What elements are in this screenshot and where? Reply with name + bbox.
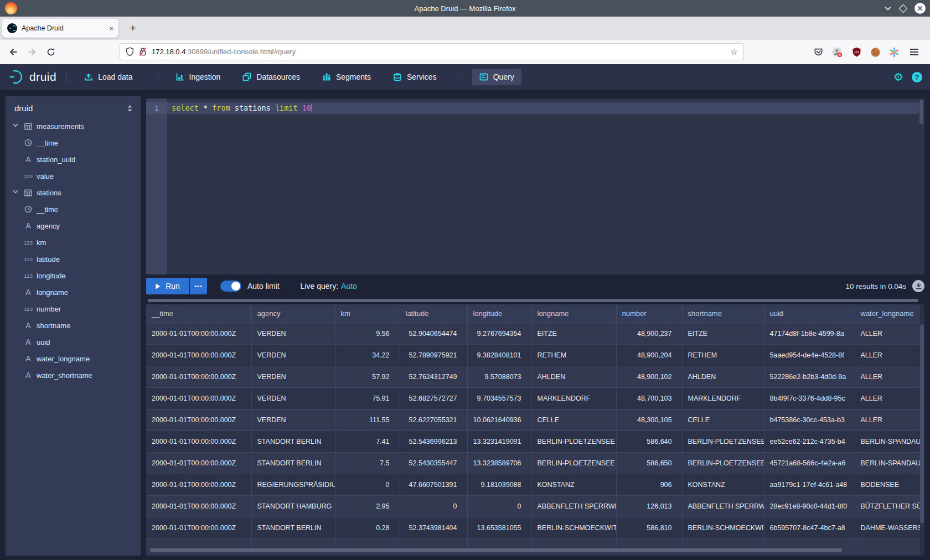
bookmark-star-icon[interactable]: ☆ [731, 47, 738, 57]
ublock-icon[interactable]: uO [850, 45, 863, 59]
nav-item-services[interactable]: Services [386, 69, 444, 85]
cell-longitude[interactable]: 0 [467, 495, 531, 517]
column-header-agency[interactable]: agency [251, 304, 335, 323]
cell-water_longname[interactable]: ALLER [855, 344, 920, 366]
cell-latitude[interactable]: 52.5430355447 [400, 452, 467, 474]
results-top-scrollbar[interactable] [148, 299, 918, 302]
back-icon[interactable] [7, 45, 20, 59]
cell-uuid[interactable]: aa9179c1-17ef-4c61-a48 [764, 474, 855, 495]
cell-water_longname[interactable]: ALLER [855, 366, 920, 387]
sidebar-column-number[interactable]: 123number [6, 300, 141, 317]
maximize-icon[interactable] [899, 4, 908, 13]
tab-apache-druid[interactable]: Apache Druid × [2, 19, 118, 38]
cell-uuid[interactable]: 47174d8f-1b8e-4599-8a [764, 323, 855, 344]
cell-longname[interactable]: CELLE [531, 409, 616, 431]
cell-water_longname[interactable]: DAHME-WASSERSTRAS [855, 517, 920, 538]
cookie-icon[interactable] [869, 45, 882, 59]
sidebar-column-longname[interactable]: Alongname [6, 284, 141, 300]
tab-close-icon[interactable]: × [109, 25, 113, 32]
cell-longname[interactable]: ABBENFLETH SPERRWER [531, 495, 616, 517]
sidebar-column-longitude[interactable]: 123longitude [6, 267, 141, 284]
download-icon[interactable] [912, 280, 924, 292]
cell-longname[interactable]: KONSTANZ [531, 474, 616, 495]
url-text[interactable]: 172.18.0.4:30899/unified-console.html#qu… [152, 48, 726, 56]
new-tab-button[interactable]: + [125, 20, 141, 36]
menu-hamburger-icon[interactable] [907, 45, 921, 59]
url-bar[interactable]: 172.18.0.4:30899/unified-console.html#qu… [120, 43, 744, 60]
double-caret-sort-icon[interactable] [127, 105, 133, 112]
column-header-shortname[interactable]: shortname [682, 304, 764, 323]
cell-latitude[interactable]: 52.6827572727 [400, 387, 467, 409]
container-asterisk-icon[interactable] [887, 45, 901, 59]
cell-__time[interactable]: 2000-01-01T00:00:00.000Z [146, 344, 251, 366]
cell-km[interactable]: 7.5 [335, 452, 400, 474]
cell-number[interactable]: 48,900,102 [616, 366, 682, 387]
cell-latitude[interactable]: 47.6607501391 [400, 474, 467, 495]
nav-item-datasources[interactable]: Datasources [235, 69, 307, 85]
cell-shortname[interactable]: EITZE [682, 323, 764, 344]
cell-latitude[interactable]: 52.7890975921 [400, 344, 467, 366]
sidebar-column-station_uuid[interactable]: Astation_uuid [6, 151, 141, 168]
column-header-km[interactable]: km [335, 304, 400, 323]
column-header-__time[interactable]: __time [146, 304, 251, 323]
cell-__time[interactable]: 2000-01-01T00:00:00.000Z [146, 409, 251, 431]
cell-shortname[interactable]: CELLE [682, 409, 764, 431]
pocket-icon[interactable] [812, 45, 825, 59]
sidebar-column-km[interactable]: 123km [6, 234, 141, 251]
chevron-down-icon[interactable] [13, 190, 18, 194]
cell-agency[interactable]: REGIERUNGSPRÄSIDIUM [251, 474, 335, 495]
cell-agency[interactable]: VERDEN [251, 344, 335, 366]
live-query-value[interactable]: Auto [341, 282, 357, 291]
sidebar-column-__time[interactable]: __time [6, 201, 141, 217]
cell-__time[interactable]: 2000-01-01T00:00:00.000Z [146, 323, 251, 344]
cell-number[interactable]: 906 [616, 474, 682, 495]
cell-uuid[interactable]: ee52ce62-212c-4735-b4 [764, 431, 855, 452]
cell-latitude[interactable]: 0 [400, 495, 467, 517]
cell-latitude[interactable]: 52.6227055321 [400, 409, 467, 431]
sidebar-column-water_shortname[interactable]: Awater_shortname [6, 367, 141, 383]
nav-item-query[interactable]: Query [472, 69, 521, 85]
column-header-longitude[interactable]: longitude [467, 304, 531, 323]
cell-__time[interactable]: 2000-01-01T00:00:00.000Z [146, 495, 251, 517]
chevron-down-icon[interactable] [13, 123, 18, 127]
shield-icon[interactable] [126, 47, 134, 56]
cell-longitude[interactable]: 13.3231419091 [467, 431, 531, 452]
cell-longitude[interactable]: 9.7034557573 [467, 387, 531, 409]
cell-shortname[interactable]: BERLIN-PLOETZENSEE O [682, 431, 764, 452]
cell-km[interactable]: 2.95 [335, 495, 400, 517]
sidebar-column-uuid[interactable]: Auuid [6, 334, 141, 350]
results-vertical-scrollbar[interactable] [920, 324, 924, 523]
cell-uuid[interactable]: 5aaed954-de4e-4528-8f [764, 344, 855, 366]
cell-km[interactable]: 7.41 [335, 431, 400, 452]
run-button[interactable]: Run [146, 278, 189, 294]
cell-__time[interactable]: 2000-01-01T00:00:00.000Z [146, 452, 251, 474]
cell-agency[interactable]: VERDEN [251, 409, 335, 431]
column-header-water_longname[interactable]: water_longname [855, 304, 920, 323]
sidebar-column-water_longname[interactable]: Awater_longname [6, 350, 141, 367]
run-more-button[interactable]: ••• [190, 278, 207, 294]
reload-icon[interactable] [44, 45, 58, 59]
cell-agency[interactable]: STANDORT BERLIN [251, 452, 335, 474]
editor-vertical-scrollbar[interactable] [919, 100, 923, 124]
sidebar-column-latitude[interactable]: 123latitude [6, 251, 141, 267]
cell-latitude[interactable]: 52.3743981404 [400, 517, 467, 538]
cell-water_longname[interactable]: ALLER [855, 387, 920, 409]
column-header-uuid[interactable]: uuid [764, 304, 855, 323]
cell-agency[interactable]: STANDORT BERLIN [251, 431, 335, 452]
cell-__time[interactable]: 2000-01-01T00:00:00.000Z [146, 431, 251, 452]
cell-agency[interactable]: VERDEN [251, 366, 335, 387]
cell-latitude[interactable]: 52.9040654474 [400, 323, 467, 344]
cell-uuid[interactable]: 522286e2-b2b3-4d0d-9a [764, 366, 855, 387]
cell-km[interactable]: 0.28 [335, 517, 400, 538]
cell-longname[interactable]: BERLIN-SCHMOECKWITZ [531, 517, 616, 538]
cell-longname[interactable]: AHLDEN [531, 366, 616, 387]
cell-number[interactable]: 126,013 [616, 495, 682, 517]
cell-km[interactable]: 57.92 [335, 366, 400, 387]
cell-number[interactable]: 48,900,204 [616, 344, 682, 366]
cell-__time[interactable]: 2000-01-01T00:00:00.000Z [146, 387, 251, 409]
nav-item-ingestion[interactable]: Ingestion [168, 69, 228, 85]
lock-insecure-icon[interactable] [139, 47, 147, 56]
help-icon[interactable]: ? [912, 72, 922, 82]
cell-longitude[interactable]: 13.3238589706 [467, 452, 531, 474]
cell-km[interactable]: 9.56 [335, 323, 400, 344]
